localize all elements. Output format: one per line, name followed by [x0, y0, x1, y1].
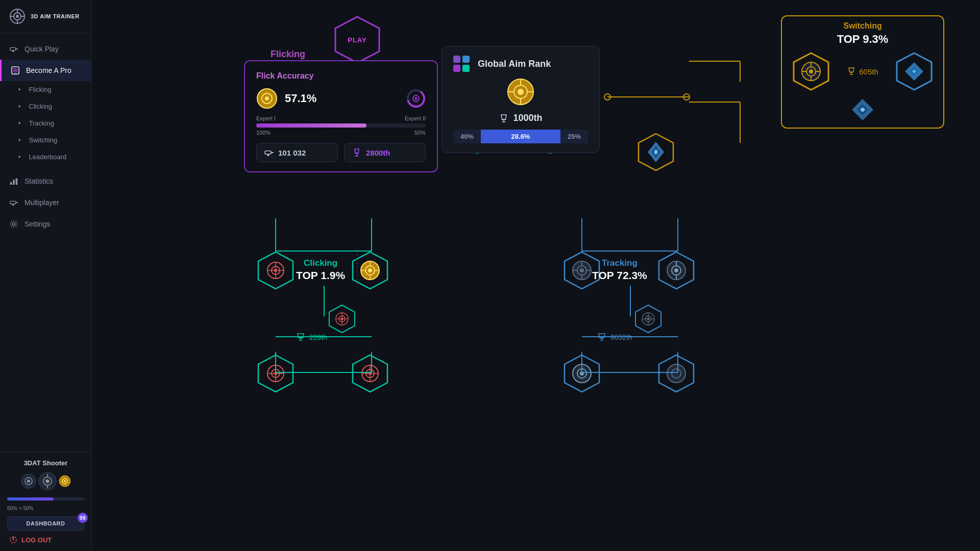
level-from-label: Expert I: [256, 115, 276, 121]
svg-point-55: [604, 94, 610, 100]
svg-point-22: [27, 480, 30, 483]
clicking-bot-hex-2[interactable]: [350, 353, 390, 396]
svg-point-12: [15, 70, 16, 71]
quick-play-label: Quick Play: [24, 45, 59, 53]
clicking-hex-node-1[interactable]: [255, 250, 296, 293]
logout-label: LOG OUT: [21, 536, 52, 544]
svg-point-137: [580, 268, 584, 272]
switching-top-pct: TOP 9.3%: [837, 33, 889, 46]
rank-bar-row: 40% 28.6% 25%: [453, 130, 588, 143]
sidebar-item-leaderboard[interactable]: Leaderboard: [0, 148, 91, 165]
rank-trophy-icon: [499, 113, 509, 123]
svg-point-159: [580, 371, 584, 375]
rank-medal-icon: [507, 78, 534, 106]
sidebar-item-clicking[interactable]: Clicking: [0, 98, 91, 115]
sidebar-item-multiplayer[interactable]: Multiplayer: [0, 192, 91, 213]
tracking-top-pct: TOP 72.3%: [592, 269, 647, 282]
dashboard-button[interactable]: DASHBOARD 99: [7, 516, 84, 531]
sidebar-item-tracking[interactable]: Tracking: [0, 115, 91, 132]
svg-point-57: [683, 94, 690, 100]
become-pro-label: Become A Pro: [26, 66, 71, 74]
clicking-rank-text: 209th: [309, 333, 327, 341]
score-icon: [264, 147, 274, 158]
svg-rect-13: [10, 182, 12, 185]
svg-point-133: [369, 372, 372, 375]
svg-point-2: [16, 15, 19, 18]
trophy-icon: [352, 147, 362, 158]
clicking-cat-label: Clicking: [296, 258, 345, 268]
clicking-label-group: Clicking TOP 1.9%: [296, 258, 345, 282]
become-pro-icon: [11, 66, 20, 75]
play-hex[interactable]: PLAY: [332, 14, 383, 65]
svg-rect-15: [16, 179, 18, 185]
tracking-bot-hex-2[interactable]: [656, 353, 697, 396]
svg-rect-16: [10, 201, 16, 204]
sidebar-bottom: 3DAT Shooter: [0, 452, 91, 551]
switching-label: Switching: [29, 136, 58, 144]
sidebar-item-switching[interactable]: Switching: [0, 132, 91, 148]
clicking-trophy-icon: [296, 333, 305, 342]
tracking-rank-text: 9632th: [610, 333, 632, 341]
sidebar-item-statistics[interactable]: Statistics: [0, 170, 91, 192]
flicking-category-label: Flicking: [271, 49, 305, 60]
user-avatar-small-icon: [21, 473, 36, 489]
rank-medal: [453, 78, 588, 108]
clicking-top-pct: TOP 1.9%: [296, 269, 345, 282]
tracking-label-group: Tracking TOP 72.3%: [592, 258, 647, 282]
flick-accuracy-card: Flick Accuracy 57.1% Expert I Expert II: [244, 60, 438, 172]
multiplayer-label: Multiplayer: [24, 198, 59, 207]
tracking-rank-row: 9632th: [597, 333, 632, 342]
switching-hex-right-icon: [894, 51, 935, 92]
svg-point-19: [12, 222, 15, 225]
logout-button[interactable]: LOG OUT: [7, 531, 84, 546]
flick-score-box: 101 032: [256, 143, 338, 162]
svg-rect-18: [12, 204, 14, 206]
svg-rect-70: [271, 152, 274, 153]
rank-bar-right: 25%: [560, 130, 588, 143]
flick-footer: 101 032 2800th: [256, 143, 426, 162]
rank-card-header: Global Aim Rank: [453, 56, 588, 72]
user-avatar-main-icon: [38, 472, 57, 490]
app-title: 3D AIM TRAINER: [31, 13, 80, 19]
svg-point-153: [647, 318, 650, 320]
svg-point-145: [674, 268, 678, 272]
user-avatar-badge-icon: [59, 475, 71, 487]
gun-icon: [9, 44, 18, 54]
sidebar-item-flicking[interactable]: Flicking: [0, 81, 91, 98]
svg-point-109: [368, 268, 372, 272]
power-icon: [9, 536, 17, 544]
rank-position: 1000th: [453, 113, 588, 123]
tracking-hex-2[interactable]: [656, 250, 697, 293]
sidebar-item-settings[interactable]: Settings: [0, 213, 91, 235]
switching-bot-hex[interactable]: [635, 132, 676, 174]
logo-icon: [9, 8, 26, 24]
tracking-bot-hex-1[interactable]: [561, 353, 602, 396]
global-aim-rank-card: Global Aim Rank 1000th 40%: [442, 46, 600, 153]
play-button-text: PLAY: [348, 36, 366, 44]
user-progress-bar: [7, 497, 84, 500]
flick-card-title: Flick Accuracy: [256, 71, 426, 81]
flick-rank: 2800th: [366, 148, 390, 157]
clicking-bot-hex-1[interactable]: [255, 353, 296, 396]
clicking-label: Clicking: [29, 103, 53, 110]
user-name: 3DAT Shooter: [7, 459, 84, 467]
flicking-label: Flicking: [29, 86, 52, 93]
svg-point-30: [64, 480, 66, 482]
leaderboard-label: Leaderboard: [29, 153, 67, 161]
svg-point-76: [518, 89, 524, 95]
user-avatars: [7, 472, 84, 490]
flick-score: 101 032: [278, 148, 306, 157]
switching-category-label: Switching: [843, 21, 882, 31]
switching-rank: 605th: [847, 67, 878, 76]
svg-rect-7: [10, 47, 16, 50]
svg-point-161: [667, 364, 685, 383]
statistics-label: Statistics: [24, 177, 53, 185]
sidebar-item-become-pro[interactable]: Become A Pro: [0, 60, 91, 81]
clicking-hex-center[interactable]: [350, 250, 390, 293]
rank-bar-left: 40%: [453, 130, 481, 143]
switching-trophy-icon: [847, 67, 856, 76]
sidebar-item-quick-play[interactable]: Quick Play: [0, 38, 91, 60]
user-progress-label: 60% > 50%: [7, 506, 84, 511]
notification-badge: 99: [78, 513, 88, 523]
svg-point-64: [265, 96, 269, 101]
